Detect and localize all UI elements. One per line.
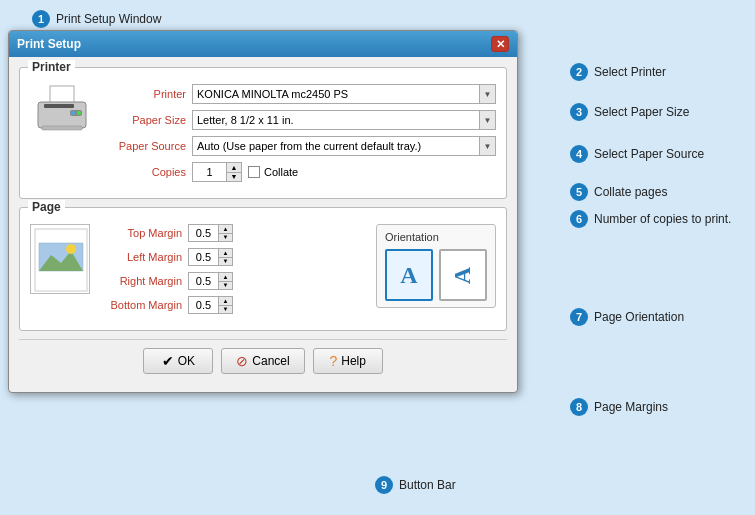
printer-field-row: Printer [104, 84, 496, 104]
help-label: Help [341, 354, 366, 368]
printer-input[interactable] [193, 85, 479, 103]
paper-size-field-label: Paper Size [104, 114, 186, 126]
page-section-content: Top Margin ▲ ▼ Left Margin [30, 216, 496, 320]
portrait-button[interactable]: A [385, 249, 433, 301]
top-margin-field-row: Top Margin ▲ ▼ [100, 224, 358, 242]
annotation-3: 3 Select Paper Size [570, 103, 689, 121]
paper-source-combo[interactable] [192, 136, 496, 156]
top-margin-down[interactable]: ▼ [219, 234, 232, 242]
annotation-number-3: 3 [570, 103, 588, 121]
bottom-margin-input[interactable] [189, 297, 218, 313]
annotation-6: 6 Number of copies to print. [570, 210, 731, 228]
annotation-number-4: 4 [570, 145, 588, 163]
annotation-4: 4 Select Paper Source [570, 145, 704, 163]
top-margin-spinner[interactable]: ▲ ▼ [188, 224, 233, 242]
right-margin-spinner[interactable]: ▲ ▼ [188, 272, 233, 290]
annotation-label-2: Select Printer [594, 65, 666, 79]
orientation-buttons: A A [385, 249, 487, 301]
annotation-number-1: 1 [32, 10, 50, 28]
printer-section-content: Printer Paper Size [30, 76, 496, 188]
page-icon [30, 224, 90, 294]
copies-spin-down[interactable]: ▼ [227, 173, 241, 182]
annotation-label-8: Page Margins [594, 400, 668, 414]
dialog-titlebar: Print Setup ✕ [9, 31, 517, 57]
annotation-label-3: Select Paper Size [594, 105, 689, 119]
paper-size-input[interactable] [193, 111, 479, 129]
collate-row: Collate [248, 166, 298, 178]
copies-input[interactable] [193, 163, 226, 181]
annotation-label-6: Number of copies to print. [594, 212, 731, 226]
top-margin-label: Top Margin [100, 227, 182, 239]
annotation-label-9: Button Bar [399, 478, 456, 492]
printer-fields: Printer Paper Size [104, 84, 496, 188]
annotation-number-9: 9 [375, 476, 393, 494]
annotation-label-5: Collate pages [594, 185, 667, 199]
annotation-label-1: Print Setup Window [56, 12, 161, 26]
annotation-number-7: 7 [570, 308, 588, 326]
annotation-2: 2 Select Printer [570, 63, 666, 81]
right-margin-up[interactable]: ▲ [219, 273, 232, 282]
annotation-label-7: Page Orientation [594, 310, 684, 324]
annotation-number-5: 5 [570, 183, 588, 201]
left-margin-up[interactable]: ▲ [219, 249, 232, 258]
annotation-label-4: Select Paper Source [594, 147, 704, 161]
copies-spin-up[interactable]: ▲ [227, 163, 241, 173]
copies-field-label: Copies [104, 166, 186, 178]
right-margin-field-row: Right Margin ▲ ▼ [100, 272, 358, 290]
paper-size-combo[interactable] [192, 110, 496, 130]
svg-point-11 [66, 244, 76, 254]
paper-source-field-label: Paper Source [104, 140, 186, 152]
paper-source-dropdown-arrow[interactable] [479, 137, 495, 155]
orientation-section: Orientation A A [376, 224, 496, 308]
help-icon: ? [329, 353, 337, 369]
annotation-7: 7 Page Orientation [570, 308, 684, 326]
copies-field-row: Copies ▲ ▼ Collate [104, 162, 496, 182]
top-margin-input[interactable] [189, 225, 218, 241]
svg-point-5 [77, 111, 81, 115]
left-margin-spinner[interactable]: ▲ ▼ [188, 248, 233, 266]
svg-rect-2 [44, 104, 74, 108]
printer-icon [30, 84, 94, 148]
printer-section: Printer [19, 67, 507, 199]
right-margin-down[interactable]: ▼ [219, 282, 232, 290]
orientation-label: Orientation [385, 231, 487, 243]
ok-icon: ✔ [162, 353, 174, 369]
printer-dropdown-arrow[interactable] [479, 85, 495, 103]
left-margin-down[interactable]: ▼ [219, 258, 232, 266]
ok-button[interactable]: ✔ OK [143, 348, 213, 374]
printer-combo[interactable] [192, 84, 496, 104]
paper-size-dropdown-arrow[interactable] [479, 111, 495, 129]
left-margin-field-row: Left Margin ▲ ▼ [100, 248, 358, 266]
bottom-margin-down[interactable]: ▼ [219, 306, 232, 314]
print-setup-dialog: Print Setup ✕ Printer [8, 30, 518, 393]
bottom-margin-label: Bottom Margin [100, 299, 182, 311]
page-section-label: Page [28, 200, 65, 214]
left-margin-input[interactable] [189, 249, 218, 265]
bottom-margin-field-row: Bottom Margin ▲ ▼ [100, 296, 358, 314]
bottom-margin-up[interactable]: ▲ [219, 297, 232, 306]
annotation-9: 9 Button Bar [375, 476, 456, 494]
help-button[interactable]: ? Help [313, 348, 383, 374]
dialog-title: Print Setup [17, 37, 81, 51]
close-button[interactable]: ✕ [491, 36, 509, 52]
left-margin-label: Left Margin [100, 251, 182, 263]
copies-row: ▲ ▼ Collate [192, 162, 298, 182]
printer-section-label: Printer [28, 60, 75, 74]
paper-size-field-row: Paper Size [104, 110, 496, 130]
portrait-letter: A [400, 262, 417, 289]
printer-field-label: Printer [104, 88, 186, 100]
svg-point-4 [71, 111, 75, 115]
right-margin-arrows: ▲ ▼ [218, 273, 232, 289]
right-margin-input[interactable] [189, 273, 218, 289]
top-margin-up[interactable]: ▲ [219, 225, 232, 234]
collate-label: Collate [264, 166, 298, 178]
copies-spinner[interactable]: ▲ ▼ [192, 162, 242, 182]
collate-checkbox[interactable] [248, 166, 260, 178]
landscape-button[interactable]: A [439, 249, 487, 301]
copies-spin-arrows: ▲ ▼ [226, 163, 241, 181]
page-icon-svg [31, 225, 90, 294]
bottom-margin-spinner[interactable]: ▲ ▼ [188, 296, 233, 314]
margin-fields: Top Margin ▲ ▼ Left Margin [100, 224, 358, 320]
cancel-button[interactable]: ⊘ Cancel [221, 348, 304, 374]
paper-source-input[interactable] [193, 137, 479, 155]
